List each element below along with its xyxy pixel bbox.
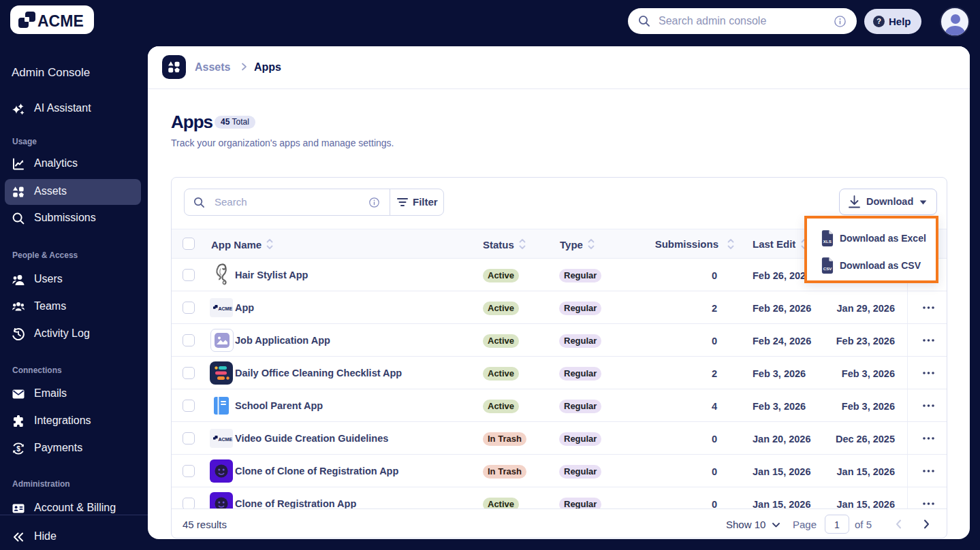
svg-text:CSV: CSV xyxy=(823,266,833,271)
svg-text:ACME: ACME xyxy=(219,437,233,442)
svg-text:$: $ xyxy=(16,445,20,453)
svg-text:ACME: ACME xyxy=(219,306,233,311)
svg-text:XLS: XLS xyxy=(823,239,832,244)
